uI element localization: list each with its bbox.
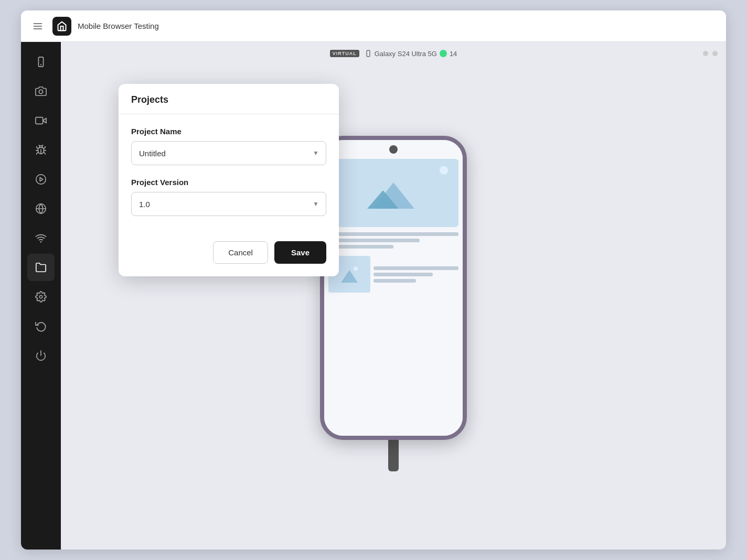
phone-thumb-line-1 (374, 266, 458, 270)
sidebar-item-phone[interactable] (27, 48, 55, 76)
project-version-select-wrapper: 1.0 1.1 2.0 ▼ (131, 192, 326, 216)
sidebar-item-debug[interactable] (27, 136, 55, 164)
phone-camera (389, 145, 398, 154)
svg-marker-9 (40, 177, 43, 181)
phone-thumb-line-3 (374, 279, 416, 283)
svg-rect-7 (36, 117, 43, 124)
phone-line-1 (328, 232, 458, 236)
minimize-button[interactable] (703, 51, 708, 56)
sidebar (21, 42, 61, 550)
header: Mobile Browser Testing (21, 10, 726, 42)
phone-thumb-line-2 (374, 273, 433, 276)
phone-image-placeholder (328, 159, 458, 227)
projects-modal: Projects Project Name Untitled Project 1… (119, 84, 339, 276)
phone-thumb-lines (374, 256, 458, 293)
sidebar-item-signal[interactable] (27, 224, 55, 252)
modal-header: Projects (119, 84, 339, 114)
svg-rect-15 (367, 50, 370, 57)
project-name-label: Project Name (131, 127, 326, 136)
svg-marker-6 (43, 118, 46, 123)
project-version-label: Project Version (131, 178, 326, 187)
svg-point-13 (39, 295, 42, 298)
modal-title: Projects (131, 94, 168, 105)
sidebar-item-projects[interactable] (27, 254, 55, 281)
sidebar-item-power[interactable] (27, 342, 55, 369)
phone-bottom-row (328, 256, 458, 293)
sun-decoration (440, 166, 448, 175)
svg-point-5 (39, 90, 42, 93)
phone-screen (324, 140, 463, 436)
sidebar-item-video[interactable] (27, 107, 55, 134)
sidebar-item-refresh[interactable] (27, 313, 55, 340)
modal-footer: Cancel Save (119, 241, 339, 276)
project-name-group: Project Name Untitled Project 1 Project … (131, 127, 326, 165)
phone-cable (388, 440, 399, 471)
phone-wrapper (320, 136, 467, 471)
app-body: VIRTUAL Galaxy S24 Ultra 5G 14 (21, 42, 726, 550)
svg-point-8 (36, 175, 46, 184)
expand-button[interactable] (712, 51, 718, 56)
project-version-group: Project Version 1.0 1.1 2.0 ▼ (131, 178, 326, 216)
sidebar-item-play[interactable] (27, 166, 55, 193)
phone-content-lines (328, 230, 458, 251)
save-button[interactable]: Save (274, 241, 326, 264)
content-topbar: VIRTUAL Galaxy S24 Ultra 5G 14 (61, 42, 726, 65)
device-name-text: Galaxy S24 Ultra 5G (375, 50, 437, 58)
project-name-select-wrapper: Untitled Project 1 Project 2 ▼ (131, 141, 326, 165)
main-content: VIRTUAL Galaxy S24 Ultra 5G 14 (61, 42, 726, 550)
app-logo (52, 17, 71, 36)
cancel-button[interactable]: Cancel (213, 241, 268, 264)
virtual-badge: VIRTUAL (330, 50, 359, 57)
phone-mockup (320, 136, 467, 440)
project-version-select[interactable]: 1.0 1.1 2.0 (131, 192, 326, 216)
android-version: 14 (450, 50, 457, 58)
menu-button[interactable] (29, 18, 46, 35)
android-icon (440, 50, 447, 57)
sidebar-item-screenshot[interactable] (27, 78, 55, 105)
sidebar-item-network[interactable] (27, 195, 55, 222)
device-info: Galaxy S24 Ultra 5G 14 (365, 50, 457, 58)
app-window: Mobile Browser Testing (21, 10, 726, 550)
modal-body: Project Name Untitled Project 1 Project … (119, 114, 339, 241)
sidebar-item-settings[interactable] (27, 283, 55, 310)
phone-line-2 (328, 239, 420, 242)
app-title: Mobile Browser Testing (78, 21, 159, 30)
window-controls (703, 51, 718, 56)
svg-point-20 (354, 267, 358, 271)
project-name-select[interactable]: Untitled Project 1 Project 2 (131, 141, 326, 165)
